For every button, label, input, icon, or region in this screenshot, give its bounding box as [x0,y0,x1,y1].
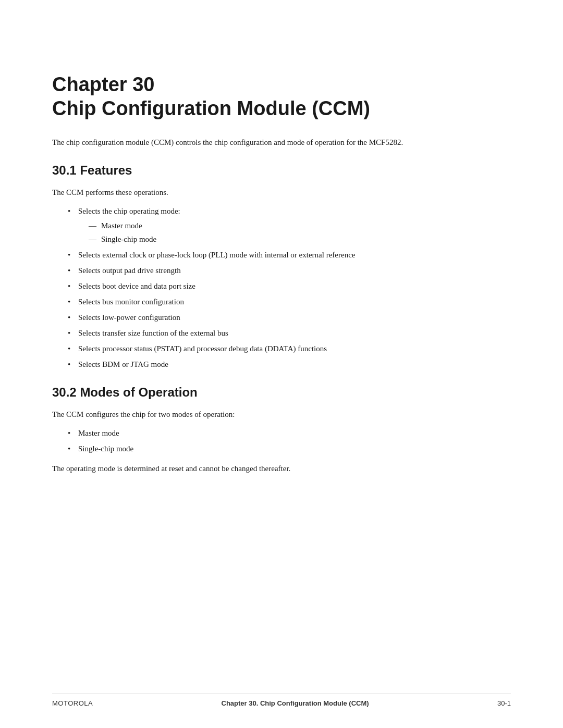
sub-list-item: Single-chip mode [89,233,511,245]
bullet-text: Selects boot device and data port size [78,282,195,290]
section-32: 30.2 Modes of Operation The CCM configur… [52,385,511,475]
bullet-text: Selects the chip operating mode: [78,207,180,215]
footer-center: Chapter 30. Chip Configuration Module (C… [222,699,369,707]
list-item: Selects the chip operating mode: Master … [68,205,511,245]
bullet-text: Selects processor status (PSTAT) and pro… [78,344,327,353]
list-item: Selects output pad drive strength [68,264,511,277]
list-item: Selects processor status (PSTAT) and pro… [68,342,511,355]
bullet-text: Selects output pad drive strength [78,266,181,275]
features-list: Selects the chip operating mode: Master … [68,205,511,371]
list-item: Master mode [68,427,511,439]
bullet-text: Selects BDM or JTAG mode [78,360,168,368]
intro-paragraph: The chip configuration module (CCM) cont… [52,136,511,149]
modes-list: Master mode Single-chip mode [68,427,511,455]
section-32-intro: The CCM configures the chip for two mode… [52,408,511,421]
page: Chapter 30 Chip Configuration Module (CC… [0,0,563,728]
bullet-text: Selects bus monitor configuration [78,298,184,306]
list-item: Selects bus monitor configuration [68,295,511,308]
footer-left: MOTOROLA [52,699,93,707]
list-item: Single-chip mode [68,442,511,455]
bullet-text: Selects low-power configuration [78,313,180,322]
sub-list-item: Master mode [89,219,511,232]
bullet-text: Single-chip mode [78,445,133,453]
chapter-title-line1: Chapter 30 [52,73,511,97]
sub-list: Master mode Single-chip mode [89,219,511,245]
bullet-text: Selects transfer size function of the ex… [78,329,228,337]
bullet-text: Selects external clock or phase-lock loo… [78,251,355,259]
page-footer: MOTOROLA Chapter 30. Chip Configuration … [52,694,511,707]
footer-right: 30-1 [497,699,511,707]
chapter-title: Chapter 30 Chip Configuration Module (CC… [52,73,511,120]
bullet-text: Master mode [78,429,119,437]
section-32-heading: 30.2 Modes of Operation [52,385,511,400]
section-31-intro: The CCM performs these operations. [52,186,511,199]
list-item: Selects external clock or phase-lock loo… [68,249,511,261]
closing-paragraph: The operating mode is determined at rese… [52,462,511,475]
list-item: Selects boot device and data port size [68,280,511,292]
list-item: Selects BDM or JTAG mode [68,358,511,371]
list-item: Selects low-power configuration [68,311,511,324]
section-31-heading: 30.1 Features [52,163,511,178]
list-item: Selects transfer size function of the ex… [68,327,511,339]
chapter-title-line2: Chip Configuration Module (CCM) [52,97,511,121]
